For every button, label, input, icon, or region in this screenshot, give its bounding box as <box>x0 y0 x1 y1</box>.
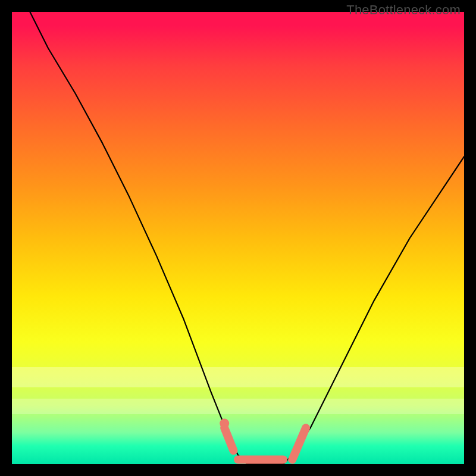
chart-frame: TheBottleneck.com <box>0 0 476 476</box>
highlight-dot <box>220 419 229 428</box>
chart-svg <box>12 12 464 464</box>
highlight-seg-3 <box>292 428 306 459</box>
highlight-seg-1 <box>224 428 233 450</box>
highlight-group <box>220 419 306 460</box>
bottleneck-curve <box>30 12 464 464</box>
watermark-text: TheBottleneck.com <box>346 2 461 18</box>
plot-area <box>12 12 464 464</box>
